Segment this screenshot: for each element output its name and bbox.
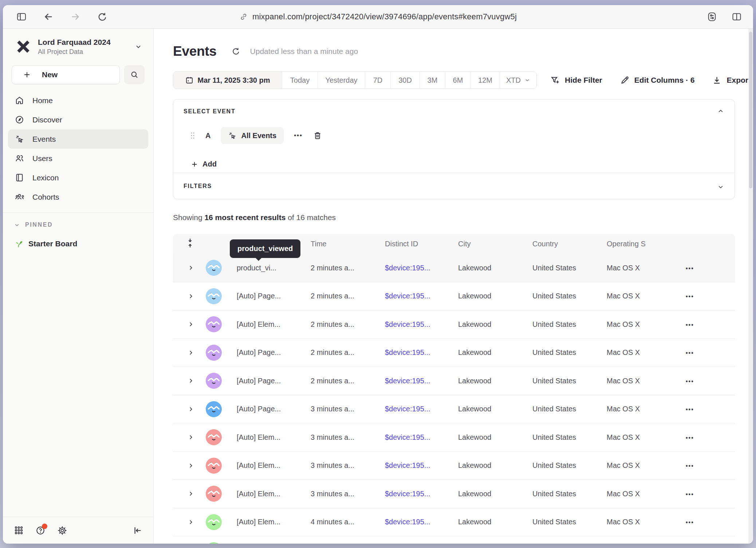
chevron-down-icon[interactable] [717,183,724,191]
reload-button-icon[interactable] [97,11,108,22]
sidebar-item-users[interactable]: Users [8,149,148,168]
row-menu-button[interactable]: ••• [676,293,694,300]
row-expand-chevron[interactable] [188,462,206,469]
distinct-id-link[interactable]: $device:195... [385,292,430,300]
row-menu-button[interactable]: ••• [676,491,694,497]
row-menu-button[interactable]: ••• [676,265,694,271]
distinct-id-link[interactable]: $device:195... [385,320,430,328]
hide-filter-button[interactable]: Hide Filter [550,75,602,85]
distinct-id-link[interactable]: $device:195... [385,461,430,469]
scrollbar-thumb[interactable] [749,32,752,188]
row-menu-button[interactable]: ••• [676,519,694,525]
sidebar-item-lexicon[interactable]: Lexicon [8,168,148,187]
column-header-city[interactable]: City [458,240,532,248]
event-city: Lakewood [458,264,532,272]
table-row[interactable]: [Auto] Elem... 4 minutes a... $device:19… [173,536,735,544]
all-events-pill[interactable]: All Events [221,127,284,144]
all-events-label: All Events [241,132,276,140]
column-header-distinct-id[interactable]: Distinct ID [385,240,458,248]
preset-12m[interactable]: 12M [470,72,500,89]
add-event-button[interactable]: Add [184,160,227,168]
row-menu-button[interactable]: ••• [676,435,694,441]
distinct-id-link[interactable]: $device:195... [385,405,430,413]
row-expand-chevron[interactable] [188,490,206,497]
sidebar-item-starter-board[interactable]: Starter Board [3,228,153,248]
row-expand-chevron[interactable] [188,406,206,412]
table-row[interactable]: [Auto] Elem... 3 minutes a... $device:19… [173,452,735,480]
table-row[interactable]: [Auto] Page... 3 minutes a... $device:19… [173,395,735,424]
plus-icon [23,71,31,79]
table-row[interactable]: [Auto] Elem... 3 minutes a... $device:19… [173,423,735,452]
sidebar-item-cohorts[interactable]: Cohorts [8,187,148,207]
edit-columns-button[interactable]: Edit Columns · 6 [620,75,695,85]
refresh-icon[interactable] [231,47,241,56]
preset-30d[interactable]: 30D [390,72,420,89]
row-expand-chevron[interactable] [188,349,206,356]
forward-button-icon[interactable] [70,11,81,22]
row-menu-button[interactable]: ••• [676,463,694,469]
row-expand-chevron[interactable] [188,377,206,384]
distinct-id-link[interactable]: $device:195... [385,348,430,356]
column-header-country[interactable]: Country [532,240,607,248]
distinct-id-link[interactable]: $device:195... [385,264,430,272]
collapse-sidebar-icon[interactable] [132,525,142,536]
date-range-control: Mar 11, 2025 3:30 pm Today Yesterday 7D … [173,71,537,89]
preset-6m[interactable]: 6M [445,72,470,89]
sidebar-item-discover[interactable]: Discover [8,110,148,129]
collapse-rows-icon[interactable] [186,238,194,248]
project-switcher[interactable]: Lord Farquaad 2024 All Project Data [3,29,153,56]
export-button[interactable]: Export [712,75,751,85]
split-view-icon[interactable] [731,11,742,22]
table-row[interactable]: [Auto] Elem... 2 minutes a... $device:19… [173,310,735,339]
table-row[interactable]: [Auto] Page... 2 minutes a... $device:19… [173,282,735,311]
table-row[interactable]: [Auto] Elem... 4 minutes a... $device:19… [173,508,735,537]
event-city: Lakewood [458,348,532,357]
new-button[interactable]: New [12,65,120,84]
row-menu-button[interactable]: ••• [676,350,694,356]
row-expand-chevron[interactable] [188,265,206,271]
chevron-up-icon[interactable] [717,107,724,115]
help-icon[interactable] [35,525,46,536]
preset-7d[interactable]: 7D [365,72,390,89]
table-row[interactable]: [Auto] Page... 2 minutes a... $device:19… [173,367,735,395]
row-expand-chevron[interactable] [188,434,206,441]
row-menu-button[interactable]: ••• [676,378,694,384]
sidebar-item-home[interactable]: Home [8,91,148,110]
distinct-id-link[interactable]: $device:195... [385,490,430,498]
row-menu-button[interactable]: ••• [676,322,694,328]
chevron-down-icon [524,77,530,83]
distinct-id-link[interactable]: $device:195... [385,377,430,385]
distinct-id-link[interactable]: $device:195... [385,518,430,526]
distinct-id-link[interactable]: $device:195... [385,433,430,441]
pinned-section-toggle[interactable]: PINNED [3,213,153,228]
back-button-icon[interactable] [43,11,54,22]
settings-gear-icon[interactable] [57,525,67,536]
table-row[interactable]: [Auto] Elem... 3 minutes a... $device:19… [173,480,735,508]
preset-today[interactable]: Today [282,72,318,89]
column-header-os[interactable]: Operating S [607,240,676,248]
event-more-button[interactable]: ••• [294,132,303,139]
event-name: [Auto] Page... [237,377,311,385]
row-expand-chevron[interactable] [188,519,206,525]
row-expand-chevron[interactable] [188,293,206,300]
preset-yesterday[interactable]: Yesterday [318,72,365,89]
apps-grid-icon[interactable] [14,525,24,535]
table-row[interactable]: [Auto] Page... 2 minutes a... $device:19… [173,339,735,367]
page-settings-icon[interactable] [706,11,717,22]
filters-section[interactable]: FILTERS [173,173,735,199]
row-expand-chevron[interactable] [188,321,206,328]
column-header-time[interactable]: Time [311,240,385,248]
events-cursor-icon [15,134,24,144]
url-bar[interactable]: mixpanel.com/project/3472420/view/397469… [239,5,517,28]
preset-xtd-dropdown[interactable]: XTD [500,72,536,89]
search-button[interactable] [124,65,145,84]
row-menu-button[interactable]: ••• [676,406,694,412]
trash-icon[interactable] [313,131,322,140]
date-picker-button[interactable]: Mar 11, 2025 3:30 pm [173,72,282,89]
users-icon [15,153,24,163]
drag-handle-icon[interactable] [190,131,195,140]
sidebar-item-events[interactable]: Events [8,129,148,149]
vertical-scrollbar[interactable] [748,29,753,544]
sidebar-toggle-icon[interactable] [16,11,27,22]
preset-3m[interactable]: 3M [420,72,445,89]
